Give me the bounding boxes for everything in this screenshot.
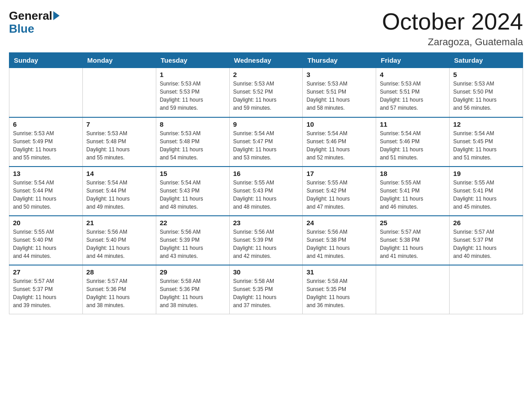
- calendar-cell: 14Sunrise: 5:54 AM Sunset: 5:44 PM Dayli…: [82, 167, 156, 216]
- day-info: Sunrise: 5:53 AM Sunset: 5:48 PM Dayligh…: [86, 129, 152, 162]
- calendar-cell: 4Sunrise: 5:53 AM Sunset: 5:51 PM Daylig…: [376, 68, 450, 117]
- day-info: Sunrise: 5:58 AM Sunset: 5:35 PM Dayligh…: [233, 277, 299, 309]
- day-info: Sunrise: 5:53 AM Sunset: 5:51 PM Dayligh…: [380, 80, 446, 112]
- day-info: Sunrise: 5:54 AM Sunset: 5:45 PM Dayligh…: [453, 129, 519, 162]
- day-number: 11: [380, 120, 446, 128]
- day-number: 13: [13, 170, 79, 177]
- calendar-cell: 12Sunrise: 5:54 AM Sunset: 5:45 PM Dayli…: [450, 117, 523, 167]
- day-number: 15: [160, 170, 226, 177]
- day-number: 27: [13, 268, 79, 276]
- weekday-header-monday: Monday: [82, 53, 156, 68]
- logo-triangle-icon: [53, 11, 60, 20]
- calendar-cell: 15Sunrise: 5:54 AM Sunset: 5:43 PM Dayli…: [156, 167, 229, 216]
- day-number: 30: [233, 268, 299, 276]
- title-area: October 2024 Zaragoza, Guatemala: [382, 9, 523, 48]
- day-info: Sunrise: 5:57 AM Sunset: 5:36 PM Dayligh…: [86, 277, 152, 309]
- day-info: Sunrise: 5:55 AM Sunset: 5:43 PM Dayligh…: [233, 179, 299, 211]
- header: General Blue October 2024 Zaragoza, Guat…: [9, 9, 523, 48]
- calendar-cell: 26Sunrise: 5:57 AM Sunset: 5:37 PM Dayli…: [450, 216, 523, 265]
- day-number: 8: [160, 120, 226, 128]
- calendar-cell: [9, 68, 83, 117]
- day-number: 10: [306, 120, 372, 128]
- calendar-cell: 30Sunrise: 5:58 AM Sunset: 5:35 PM Dayli…: [229, 265, 303, 314]
- day-number: 9: [233, 120, 299, 128]
- day-info: Sunrise: 5:58 AM Sunset: 5:36 PM Dayligh…: [160, 277, 226, 309]
- day-info: Sunrise: 5:57 AM Sunset: 5:37 PM Dayligh…: [453, 228, 519, 260]
- day-number: 12: [453, 120, 519, 128]
- day-info: Sunrise: 5:54 AM Sunset: 5:44 PM Dayligh…: [13, 179, 79, 211]
- day-info: Sunrise: 5:55 AM Sunset: 5:41 PM Dayligh…: [380, 179, 446, 211]
- calendar-row-5: 27Sunrise: 5:57 AM Sunset: 5:37 PM Dayli…: [9, 265, 523, 314]
- calendar-cell: 9Sunrise: 5:54 AM Sunset: 5:47 PM Daylig…: [229, 117, 303, 167]
- day-info: Sunrise: 5:54 AM Sunset: 5:46 PM Dayligh…: [306, 129, 372, 162]
- day-info: Sunrise: 5:53 AM Sunset: 5:48 PM Dayligh…: [160, 129, 226, 162]
- day-number: 2: [233, 71, 299, 78]
- calendar-cell: 5Sunrise: 5:53 AM Sunset: 5:50 PM Daylig…: [450, 68, 523, 117]
- day-info: Sunrise: 5:53 AM Sunset: 5:49 PM Dayligh…: [13, 129, 79, 162]
- calendar-cell: 22Sunrise: 5:56 AM Sunset: 5:39 PM Dayli…: [156, 216, 229, 265]
- calendar-cell: 24Sunrise: 5:56 AM Sunset: 5:38 PM Dayli…: [303, 216, 376, 265]
- day-number: 31: [306, 268, 372, 276]
- calendar-cell: 8Sunrise: 5:53 AM Sunset: 5:48 PM Daylig…: [156, 117, 229, 167]
- day-number: 18: [380, 170, 446, 177]
- calendar-cell: 6Sunrise: 5:53 AM Sunset: 5:49 PM Daylig…: [9, 117, 83, 167]
- weekday-header-thursday: Thursday: [303, 53, 376, 68]
- day-number: 14: [86, 170, 152, 177]
- calendar-cell: 25Sunrise: 5:57 AM Sunset: 5:38 PM Dayli…: [376, 216, 450, 265]
- day-info: Sunrise: 5:53 AM Sunset: 5:51 PM Dayligh…: [306, 80, 372, 112]
- calendar-cell: 23Sunrise: 5:56 AM Sunset: 5:39 PM Dayli…: [229, 216, 303, 265]
- calendar-cell: 3Sunrise: 5:53 AM Sunset: 5:51 PM Daylig…: [303, 68, 376, 117]
- calendar-cell: 18Sunrise: 5:55 AM Sunset: 5:41 PM Dayli…: [376, 167, 450, 216]
- weekday-header-sunday: Sunday: [9, 53, 83, 68]
- day-info: Sunrise: 5:56 AM Sunset: 5:39 PM Dayligh…: [233, 228, 299, 260]
- day-number: 24: [306, 219, 372, 227]
- calendar-cell: 7Sunrise: 5:53 AM Sunset: 5:48 PM Daylig…: [82, 117, 156, 167]
- calendar-cell: 16Sunrise: 5:55 AM Sunset: 5:43 PM Dayli…: [229, 167, 303, 216]
- day-info: Sunrise: 5:55 AM Sunset: 5:40 PM Dayligh…: [13, 228, 79, 260]
- day-number: 28: [86, 268, 152, 276]
- calendar-cell: [376, 265, 450, 314]
- calendar-row-3: 13Sunrise: 5:54 AM Sunset: 5:44 PM Dayli…: [9, 167, 523, 216]
- day-number: 16: [233, 170, 299, 177]
- weekday-header-row: SundayMondayTuesdayWednesdayThursdayFrid…: [9, 53, 523, 68]
- calendar-cell: 1Sunrise: 5:53 AM Sunset: 5:53 PM Daylig…: [156, 68, 229, 117]
- day-number: 22: [160, 219, 226, 227]
- calendar-cell: 27Sunrise: 5:57 AM Sunset: 5:37 PM Dayli…: [9, 265, 83, 314]
- day-info: Sunrise: 5:53 AM Sunset: 5:52 PM Dayligh…: [233, 80, 299, 112]
- calendar-cell: [82, 68, 156, 117]
- day-number: 23: [233, 219, 299, 227]
- day-number: 29: [160, 268, 226, 276]
- day-number: 19: [453, 170, 519, 177]
- day-info: Sunrise: 5:56 AM Sunset: 5:40 PM Dayligh…: [86, 228, 152, 260]
- calendar-row-2: 6Sunrise: 5:53 AM Sunset: 5:49 PM Daylig…: [9, 117, 523, 167]
- day-info: Sunrise: 5:57 AM Sunset: 5:37 PM Dayligh…: [13, 277, 79, 309]
- calendar-cell: 29Sunrise: 5:58 AM Sunset: 5:36 PM Dayli…: [156, 265, 229, 314]
- day-info: Sunrise: 5:53 AM Sunset: 5:53 PM Dayligh…: [160, 80, 226, 112]
- day-info: Sunrise: 5:54 AM Sunset: 5:43 PM Dayligh…: [160, 179, 226, 211]
- day-number: 26: [453, 219, 519, 227]
- calendar-cell: 10Sunrise: 5:54 AM Sunset: 5:46 PM Dayli…: [303, 117, 376, 167]
- location-title: Zaragoza, Guatemala: [382, 36, 523, 48]
- logo: General Blue: [9, 9, 60, 36]
- day-info: Sunrise: 5:55 AM Sunset: 5:41 PM Dayligh…: [453, 179, 519, 211]
- weekday-header-tuesday: Tuesday: [156, 53, 229, 68]
- weekday-header-saturday: Saturday: [450, 53, 523, 68]
- weekday-header-friday: Friday: [376, 53, 450, 68]
- day-number: 6: [13, 120, 79, 128]
- day-number: 17: [306, 170, 372, 177]
- calendar-cell: 17Sunrise: 5:55 AM Sunset: 5:42 PM Dayli…: [303, 167, 376, 216]
- day-info: Sunrise: 5:57 AM Sunset: 5:38 PM Dayligh…: [380, 228, 446, 260]
- month-title: October 2024: [382, 9, 523, 34]
- calendar-row-1: 1Sunrise: 5:53 AM Sunset: 5:53 PM Daylig…: [9, 68, 523, 117]
- calendar-cell: 21Sunrise: 5:56 AM Sunset: 5:40 PM Dayli…: [82, 216, 156, 265]
- weekday-header-wednesday: Wednesday: [229, 53, 303, 68]
- calendar-cell: 13Sunrise: 5:54 AM Sunset: 5:44 PM Dayli…: [9, 167, 83, 216]
- day-info: Sunrise: 5:55 AM Sunset: 5:42 PM Dayligh…: [306, 179, 372, 211]
- calendar-cell: [450, 265, 523, 314]
- day-number: 21: [86, 219, 152, 227]
- day-number: 7: [86, 120, 152, 128]
- calendar-cell: 2Sunrise: 5:53 AM Sunset: 5:52 PM Daylig…: [229, 68, 303, 117]
- calendar-row-4: 20Sunrise: 5:55 AM Sunset: 5:40 PM Dayli…: [9, 216, 523, 265]
- day-number: 5: [453, 71, 519, 78]
- logo-general-text: General: [9, 9, 52, 23]
